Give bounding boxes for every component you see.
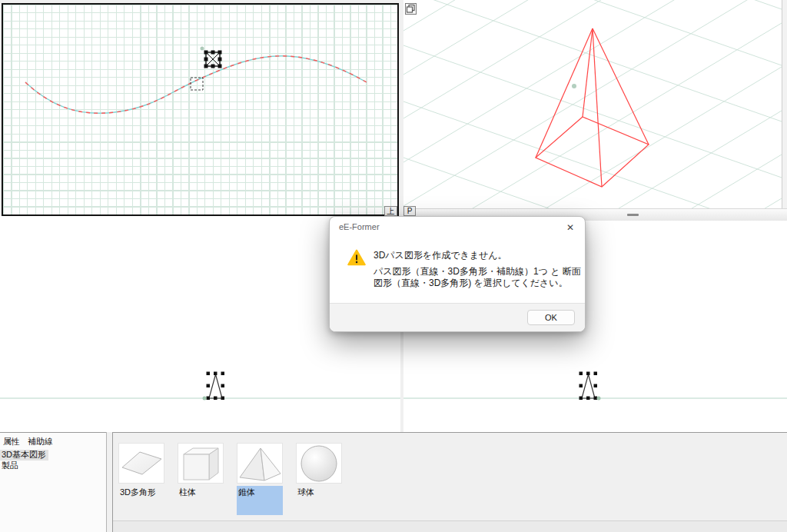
polygon-3d-icon: [119, 444, 164, 483]
palette-item-label: 柱体: [178, 486, 224, 499]
warning-icon: [347, 249, 366, 269]
palette-item-sphere[interactable]: 球体: [296, 443, 342, 515]
snap-point-dot: [201, 47, 204, 51]
perspective-view-pane[interactable]: [403, 0, 782, 209]
selected-pyramid-side[interactable]: [579, 372, 601, 401]
selected-path-curve[interactable]: [25, 56, 367, 113]
attribute-panel-scrollbar[interactable]: [106, 432, 113, 532]
tab-attribute[interactable]: 属性: [3, 436, 20, 447]
tab-guideline[interactable]: 補助線: [28, 436, 53, 447]
dialog-message-primary: 3Dパス図形を作成できません。: [374, 249, 507, 262]
dialog-footer: OK: [330, 303, 585, 331]
panel-tab-bar: 属性 補助線: [0, 433, 106, 450]
palette-item-3d-polygon[interactable]: 3D多角形: [118, 443, 164, 515]
category-tree: 3D基本図形 製品: [0, 450, 106, 471]
ok-button[interactable]: OK: [527, 310, 575, 325]
perspective-vertical-scrollbar[interactable]: [782, 0, 787, 221]
palette-item-prism[interactable]: 柱体: [178, 443, 224, 515]
warning-dialog: eE-Former ✕ 3Dパス図形を作成できません。 パス図形（直線・3D多角…: [329, 216, 586, 332]
restore-icon: [406, 4, 416, 14]
palette-item-cone[interactable]: 錐体: [237, 443, 283, 515]
dialog-message-secondary: パス図形（直線・3D多角形・補助線）1つ と 断面図形（直線・3D多角形) を選…: [374, 266, 584, 289]
pyramid-wireframe[interactable]: [536, 28, 649, 187]
selection-handles[interactable]: [204, 51, 222, 68]
tree-item-3d-basic-shapes[interactable]: 3D基本図形: [0, 450, 48, 461]
marquee-rect: [191, 78, 203, 90]
selected-pyramid-front[interactable]: [203, 372, 225, 401]
origin-dot: [572, 84, 576, 88]
tree-item-products[interactable]: 製品: [0, 461, 21, 471]
palette-item-label: 錐体: [237, 486, 283, 515]
perspective-view-label-tab[interactable]: P: [403, 206, 416, 216]
prism-icon: [178, 444, 223, 483]
plan-view-pane[interactable]: [2, 3, 399, 216]
attribute-panel: 属性 補助線 3D基本図形 製品: [0, 432, 106, 532]
close-icon[interactable]: ✕: [563, 221, 577, 234]
plan-view-canvas: [3, 5, 394, 211]
cone-icon: [237, 444, 282, 483]
dialog-title: eE-Former: [339, 222, 380, 231]
palette-item-label: 球体: [296, 486, 342, 499]
splitter-grip[interactable]: [627, 214, 639, 216]
restore-window-button[interactable]: [405, 3, 417, 15]
sphere-icon: [297, 444, 341, 483]
palette-item-label: 3D多角形: [118, 486, 164, 499]
plan-view-label-tab[interactable]: 上: [384, 206, 397, 216]
palette-horizontal-scrollbar[interactable]: [113, 520, 787, 532]
shape-palette: 3D多角形 柱体 錐体: [113, 432, 787, 532]
